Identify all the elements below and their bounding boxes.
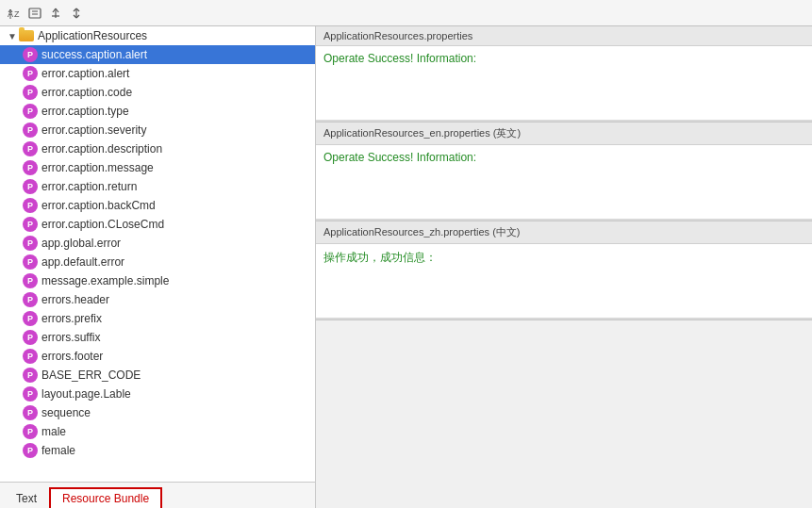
properties-icon[interactable] bbox=[26, 5, 43, 22]
sort-az-icon[interactable]: A Z bbox=[6, 5, 23, 22]
tree-item-label: errors.header bbox=[41, 293, 109, 306]
property-icon: P bbox=[23, 349, 38, 364]
tree-arrow: ▼ bbox=[8, 31, 19, 41]
bottom-tabs: Text Resource Bundle bbox=[0, 482, 315, 508]
section-content[interactable]: 操作成功，成功信息： bbox=[316, 244, 812, 320]
tree-item-label: error.caption.backCmd bbox=[41, 199, 156, 212]
property-icon: P bbox=[23, 424, 38, 439]
section-header: ApplicationResources_en.properties (英文) bbox=[316, 123, 812, 145]
tree-item[interactable]: Perror.caption.code bbox=[0, 83, 315, 102]
tree-item[interactable]: Perror.caption.backCmd bbox=[0, 196, 315, 215]
tree-item-label: message.example.simple bbox=[41, 274, 169, 287]
property-icon: P bbox=[23, 368, 38, 383]
property-icon: P bbox=[23, 273, 38, 288]
tree-item-label: success.caption.alert bbox=[41, 48, 147, 61]
property-icon: P bbox=[23, 141, 38, 156]
tree-item[interactable]: Perrors.prefix bbox=[0, 309, 315, 328]
tree-item[interactable]: Perror.caption.return bbox=[0, 177, 315, 196]
property-icon: P bbox=[23, 198, 38, 213]
svg-text:Z: Z bbox=[14, 9, 20, 19]
tree-item[interactable]: Playout.page.Lable bbox=[0, 385, 315, 403]
section-content[interactable]: Operate Success! Information: bbox=[316, 145, 812, 221]
tree-item[interactable]: Papp.default.error bbox=[0, 253, 315, 271]
property-value: 操作成功，成功信息： bbox=[323, 250, 804, 266]
tree-item[interactable]: Perror.caption.description bbox=[0, 139, 315, 158]
sort-up-icon[interactable] bbox=[47, 5, 64, 22]
tree-item[interactable]: Perrors.suffix bbox=[0, 328, 315, 347]
tree-item[interactable]: Pmessage.example.simple bbox=[0, 271, 315, 290]
property-icon: P bbox=[23, 217, 38, 232]
sort-multiline-icon[interactable] bbox=[68, 5, 85, 22]
tree-item-label: app.default.error bbox=[41, 255, 124, 269]
tree-item-label: layout.page.Lable bbox=[41, 387, 131, 401]
tree-item[interactable]: Perrors.footer bbox=[0, 347, 315, 366]
property-icon: P bbox=[23, 123, 38, 138]
right-panel: ApplicationResources.propertiesOperate S… bbox=[316, 26, 812, 508]
tree-item-label: BASE_ERR_CODE bbox=[41, 369, 141, 382]
tree-root-label: ApplicationResources bbox=[38, 29, 147, 42]
tree-item[interactable]: Pmale bbox=[0, 422, 315, 441]
tree-root[interactable]: ▼ ApplicationResources bbox=[0, 26, 315, 45]
tree-item-label: error.caption.code bbox=[41, 86, 132, 99]
tree-item-label: error.caption.severity bbox=[41, 123, 146, 137]
tree-item[interactable]: PBASE_ERR_CODE bbox=[0, 366, 315, 385]
section-header: ApplicationResources.properties bbox=[316, 26, 812, 46]
tree-item-label: errors.suffix bbox=[41, 331, 100, 344]
tree-item-label: female bbox=[41, 444, 75, 457]
property-icon: P bbox=[23, 386, 38, 401]
tree-item-label: male bbox=[41, 425, 66, 438]
property-icon: P bbox=[23, 443, 38, 458]
toolbar: A Z bbox=[0, 0, 812, 26]
main-content: ▼ ApplicationResources Psuccess.caption.… bbox=[0, 26, 812, 508]
properties-section: ApplicationResources_zh.properties (中文)操… bbox=[316, 221, 812, 320]
properties-container: ApplicationResources.propertiesOperate S… bbox=[316, 26, 812, 320]
properties-section: ApplicationResources.propertiesOperate S… bbox=[316, 26, 812, 123]
property-icon: P bbox=[23, 236, 38, 251]
property-value: Operate Success! Information: bbox=[323, 151, 804, 164]
section-header: ApplicationResources_zh.properties (中文) bbox=[316, 221, 812, 244]
svg-rect-5 bbox=[29, 8, 41, 18]
tree-item-label: app.global.error bbox=[41, 237, 121, 250]
property-icon: P bbox=[23, 311, 38, 326]
folder-icon bbox=[19, 30, 34, 41]
tree-item[interactable]: Pfemale bbox=[0, 441, 315, 460]
tree-item-label: error.caption.description bbox=[41, 142, 162, 156]
property-icon: P bbox=[23, 85, 38, 100]
tree-item-label: sequence bbox=[41, 406, 91, 419]
tree-item[interactable]: Perror.caption.message bbox=[0, 158, 315, 177]
tree-item-label: error.caption.type bbox=[41, 105, 129, 118]
tree-item[interactable]: Perror.caption.severity bbox=[0, 121, 315, 139]
tree-item-label: error.caption.alert bbox=[41, 67, 129, 80]
tree-item-label: error.caption.return bbox=[41, 180, 137, 193]
tree-item-label: errors.footer bbox=[41, 350, 103, 363]
property-icon: P bbox=[23, 330, 38, 345]
property-icon: P bbox=[23, 160, 38, 175]
tree-items: Psuccess.caption.alertPerror.caption.ale… bbox=[0, 45, 315, 460]
tree-item[interactable]: Perror.caption.type bbox=[0, 102, 315, 121]
tree-item-label: errors.prefix bbox=[41, 312, 102, 325]
tree-item[interactable]: Psuccess.caption.alert bbox=[0, 45, 315, 64]
property-icon: P bbox=[23, 104, 38, 119]
property-icon: P bbox=[23, 179, 38, 194]
tree-item[interactable]: Psequence bbox=[0, 403, 315, 422]
properties-section: ApplicationResources_en.properties (英文)O… bbox=[316, 123, 812, 221]
property-icon: P bbox=[23, 254, 38, 270]
tree-item[interactable]: Perror.caption.alert bbox=[0, 64, 315, 83]
tree-area[interactable]: ▼ ApplicationResources Psuccess.caption.… bbox=[0, 26, 315, 482]
left-panel: ▼ ApplicationResources Psuccess.caption.… bbox=[0, 26, 316, 508]
property-icon: P bbox=[23, 292, 38, 307]
property-icon: P bbox=[23, 47, 38, 62]
property-icon: P bbox=[23, 405, 38, 420]
tree-item-label: error.caption.message bbox=[41, 161, 154, 174]
tree-item-label: error.caption.CLoseCmd bbox=[41, 218, 164, 231]
tab-resource-bundle[interactable]: Resource Bundle bbox=[49, 487, 162, 508]
section-content[interactable]: Operate Success! Information: bbox=[316, 46, 812, 122]
tree-item[interactable]: Perrors.header bbox=[0, 290, 315, 309]
tab-text[interactable]: Text bbox=[4, 487, 49, 508]
property-value: Operate Success! Information: bbox=[323, 52, 804, 65]
tree-item[interactable]: Perror.caption.CLoseCmd bbox=[0, 215, 315, 234]
property-icon: P bbox=[23, 66, 38, 81]
tree-item[interactable]: Papp.global.error bbox=[0, 234, 315, 253]
